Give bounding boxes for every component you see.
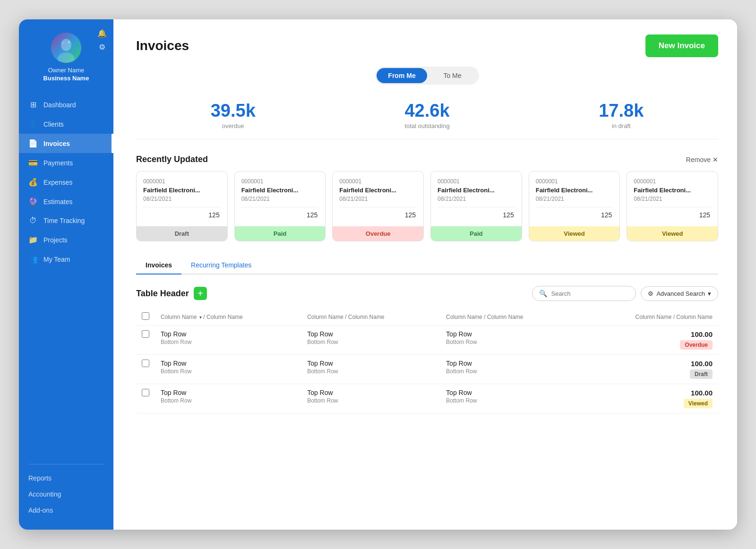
settings-icon[interactable]: ⚙	[97, 43, 107, 51]
advanced-search-button[interactable]: ⚙ Advanced Search ▾	[641, 286, 718, 301]
sidebar: 🔔 ⚙	[19, 19, 113, 530]
table-header-left: Table Header +	[136, 287, 207, 300]
sidebar-item-invoices[interactable]: 📄 Invoices	[19, 134, 113, 153]
sidebar-item-label: Invoices	[43, 140, 70, 147]
stat-overdue: 39.5k overdue	[211, 102, 256, 129]
status-badge: Viewed	[684, 399, 713, 408]
card-status-overdue: Overdue	[333, 226, 423, 241]
cell-top: Top Row	[446, 330, 574, 338]
row-amount: 100.00	[585, 360, 713, 368]
card-status-paid: Paid	[431, 226, 522, 241]
invoice-card[interactable]: 0000001 Fairfield Electroni... 08/21/202…	[332, 171, 424, 241]
sidebar-item-reports[interactable]: Reports	[19, 470, 113, 486]
status-badge: Overdue	[680, 340, 713, 350]
card-body: 0000001 Fairfield Electroni... 08/21/202…	[627, 172, 718, 226]
table-row: Top Row Bottom Row Top Row Bottom Row To…	[136, 355, 718, 384]
th-checkbox	[136, 309, 155, 326]
invoice-card[interactable]: 0000001 Fairfield Electroni... 08/21/202…	[627, 171, 718, 241]
th-col3: Column Name / Column Name	[440, 309, 579, 326]
cell-top: Top Row	[446, 389, 574, 396]
toggle-from-me[interactable]: From Me	[377, 68, 427, 83]
invoice-card[interactable]: 0000001 Fairfield Electroni... 08/21/202…	[234, 171, 326, 241]
card-amount: 125	[339, 211, 417, 219]
stat-outstanding-value: 42.6k	[404, 102, 449, 120]
cell-top: Top Row	[161, 389, 296, 396]
table-header-controls: Table Header + 🔍 ⚙ Advanced Search ▾	[136, 286, 718, 301]
page-header: Invoices New Invoice	[136, 34, 718, 57]
recently-updated-title: Recently Updated	[136, 154, 208, 164]
search-icon: 🔍	[539, 290, 547, 297]
invoice-card[interactable]: 0000001 Fairfield Electroni... 08/21/202…	[136, 171, 228, 241]
sidebar-item-accounting[interactable]: Accounting	[19, 486, 113, 502]
add-invoice-button[interactable]: +	[194, 287, 207, 300]
card-date: 08/21/2021	[241, 196, 319, 202]
card-amount: 125	[634, 211, 711, 219]
data-table: Column Name ▾ / Column Name Column Name …	[136, 309, 718, 413]
new-invoice-button[interactable]: New Invoice	[645, 34, 718, 57]
row-checkbox[interactable]	[142, 389, 149, 396]
sidebar-item-estimates[interactable]: 🔮 Estimates	[19, 192, 113, 211]
card-status-viewed: Viewed	[627, 226, 718, 241]
dashboard-icon: ⊞	[28, 100, 38, 109]
toggle-to-me[interactable]: To Me	[427, 68, 478, 83]
main-content: Invoices New Invoice From Me To Me 39.5k…	[113, 19, 737, 530]
table-cell: Top Row Bottom Row	[155, 384, 301, 413]
card-amount: 125	[536, 211, 613, 219]
select-all-checkbox[interactable]	[142, 312, 149, 320]
notification-icon[interactable]: 🔔	[97, 29, 107, 38]
tab-recurring[interactable]: Recurring Templates	[181, 257, 261, 274]
page-title: Invoices	[136, 38, 189, 53]
close-icon: ✕	[713, 156, 718, 163]
stat-outstanding: 42.6k total outstanding	[404, 102, 449, 129]
app-window: 🔔 ⚙	[19, 19, 737, 530]
table-body: Top Row Bottom Row Top Row Bottom Row To…	[136, 326, 718, 413]
card-amount: 125	[438, 211, 515, 219]
stat-overdue-label: overdue	[211, 122, 256, 129]
clients-icon: 👤	[28, 120, 38, 129]
cell-top: Top Row	[161, 360, 296, 367]
sidebar-item-clients[interactable]: 👤 Clients	[19, 114, 113, 134]
table-cell-amount: 100.00 Overdue	[579, 326, 718, 355]
sidebar-item-time-tracking[interactable]: ⏱ Time Tracking	[19, 211, 113, 230]
table-cell: Top Row Bottom Row	[440, 384, 579, 413]
avatar	[51, 33, 81, 63]
sidebar-item-my-team[interactable]: 👥 My Team	[19, 249, 113, 269]
sidebar-item-label: Estimates	[43, 198, 72, 206]
table-cell-amount: 100.00 Draft	[579, 355, 718, 384]
cell-bottom: Bottom Row	[307, 368, 435, 375]
stat-outstanding-label: total outstanding	[404, 122, 449, 129]
sidebar-item-projects[interactable]: 📁 Projects	[19, 230, 113, 249]
invoice-card[interactable]: 0000001 Fairfield Electroni... 08/21/202…	[529, 171, 620, 241]
row-checkbox[interactable]	[142, 330, 149, 338]
remove-button[interactable]: Remove ✕	[686, 156, 718, 163]
card-amount: 125	[241, 211, 319, 219]
sidebar-item-dashboard[interactable]: ⊞ Dashboard	[19, 95, 113, 114]
invoice-card[interactable]: 0000001 Fairfield Electroni... 08/21/202…	[430, 171, 522, 241]
table-row: Top Row Bottom Row Top Row Bottom Row To…	[136, 326, 718, 355]
tab-invoices[interactable]: Invoices	[136, 257, 181, 274]
invoices-icon: 📄	[28, 139, 38, 148]
card-date: 08/21/2021	[634, 196, 711, 202]
search-input[interactable]	[551, 290, 630, 297]
table-cell-amount: 100.00 Viewed	[579, 384, 718, 413]
recently-updated-header: Recently Updated Remove ✕	[136, 154, 718, 164]
cell-bottom: Bottom Row	[446, 397, 574, 404]
sidebar-item-label: Projects	[43, 236, 68, 244]
table-header-row: Column Name ▾ / Column Name Column Name …	[136, 309, 718, 326]
filter-icon: ⚙	[648, 290, 653, 297]
card-body: 0000001 Fairfield Electroni... 08/21/202…	[235, 172, 326, 226]
th-col4: Column Name / Column Name	[579, 309, 718, 326]
card-number: 0000001	[634, 178, 711, 185]
table-header-title: Table Header	[136, 289, 189, 299]
card-amount: 125	[143, 211, 221, 219]
table-cell: Top Row Bottom Row	[301, 355, 440, 384]
stat-draft: 17.8k in draft	[599, 102, 644, 129]
sidebar-item-expenses[interactable]: 💰 Expenses	[19, 172, 113, 192]
row-checkbox-cell	[136, 384, 155, 413]
table-row: Top Row Bottom Row Top Row Bottom Row To…	[136, 384, 718, 413]
card-company: Fairfield Electroni...	[241, 187, 319, 194]
sidebar-item-label: Clients	[43, 120, 64, 128]
sidebar-item-add-ons[interactable]: Add-ons	[19, 502, 113, 518]
sidebar-item-payments[interactable]: 💳 Payments	[19, 153, 113, 172]
row-checkbox[interactable]	[142, 360, 149, 367]
